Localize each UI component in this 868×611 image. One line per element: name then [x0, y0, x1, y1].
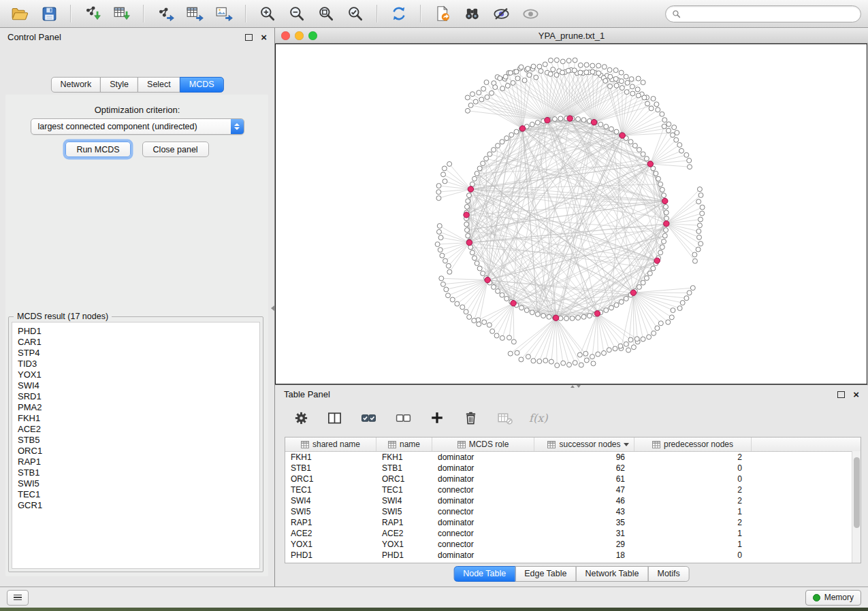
table-row[interactable]: RAP1RAP1dominator352 — [285, 517, 861, 528]
column-type-icon — [301, 441, 309, 448]
table-row[interactable]: SWI5SWI5connector431 — [285, 506, 861, 517]
table-cell: TEC1 — [285, 484, 376, 495]
sort-caret-icon[interactable] — [624, 443, 629, 446]
table-row[interactable]: STB1STB1dominator620 — [285, 463, 861, 474]
table-row[interactable]: FKH1FKH1dominator962 — [285, 452, 861, 463]
export-network-button[interactable] — [152, 3, 178, 24]
criterion-select[interactable]: largest connected component (undirected) — [31, 118, 244, 135]
network-view-window: YPA_prune.txt_1 — [275, 28, 868, 384]
mcds-result-item[interactable]: RAP1 — [12, 457, 259, 467]
first-neighbors-button[interactable] — [459, 3, 485, 24]
column-header-name[interactable]: name — [376, 437, 432, 451]
deselect-all-button[interactable] — [393, 407, 413, 429]
tab-network[interactable]: Network — [50, 77, 101, 93]
float-panel-icon[interactable] — [837, 391, 845, 398]
table-cell-filler — [752, 484, 861, 495]
export-table-button[interactable] — [182, 3, 208, 24]
column-header-successor-nodes[interactable]: successor nodes — [534, 437, 634, 451]
vertical-splitter-handle[interactable] — [271, 306, 274, 311]
network-canvas[interactable] — [275, 44, 867, 384]
network-window-titlebar[interactable]: YPA_prune.txt_1 — [275, 28, 868, 44]
table-cell: connector — [432, 484, 534, 495]
table-cell: 46 — [534, 495, 634, 506]
import-table-button[interactable] — [109, 3, 135, 24]
global-search[interactable] — [665, 5, 861, 22]
table-cell: YOX1 — [376, 539, 432, 550]
mcds-result-item[interactable]: SWI4 — [12, 380, 259, 391]
scrollbar-thumb[interactable] — [854, 457, 860, 528]
column-header-predecessor-nodes[interactable]: predecessor nodes — [634, 437, 752, 451]
share-document-button[interactable] — [430, 3, 455, 24]
task-history-button[interactable] — [7, 590, 29, 606]
table-cell: dominator — [432, 517, 534, 528]
tab-network-table[interactable]: Network Table — [576, 566, 649, 582]
tab-motifs[interactable]: Motifs — [647, 566, 689, 582]
save-session-button[interactable] — [36, 3, 62, 24]
mcds-result-item[interactable]: PHD1 — [12, 326, 259, 337]
select-stepper-icon — [231, 119, 244, 134]
tab-mcds[interactable]: MCDS — [180, 77, 224, 93]
mcds-result-item[interactable]: ORC1 — [12, 446, 259, 457]
mcds-result-item[interactable]: PMA2 — [12, 402, 259, 413]
zoom-in-button[interactable] — [255, 3, 280, 24]
table-vertical-scrollbar[interactable] — [852, 451, 861, 563]
export-image-button[interactable] — [211, 3, 237, 24]
table-cell: connector — [432, 539, 534, 550]
table-row[interactable]: YOX1YOX1connector291 — [285, 539, 861, 550]
show-hide-button[interactable] — [517, 3, 543, 24]
run-mcds-button[interactable]: Run MCDS — [65, 142, 130, 157]
table-cell: dominator — [432, 550, 534, 561]
mcds-result-item[interactable]: YOX1 — [12, 369, 259, 380]
open-file-button[interactable] — [7, 3, 33, 24]
mcds-result-item[interactable]: SWI5 — [12, 478, 259, 489]
search-input[interactable] — [685, 8, 854, 19]
float-panel-icon[interactable] — [245, 34, 253, 41]
show-column-panel-button[interactable] — [325, 407, 344, 429]
delete-column-button[interactable] — [461, 407, 480, 429]
node-table: shared name name MCDS role successor nod… — [285, 437, 861, 563]
close-panel-icon[interactable]: × — [261, 32, 267, 42]
import-network-button[interactable] — [80, 3, 106, 24]
memory-button[interactable]: Memory — [805, 590, 861, 606]
zoom-selected-button[interactable] — [342, 3, 368, 24]
table-row[interactable]: TEC1TEC1connector472 — [285, 484, 861, 495]
column-header-mcds-role[interactable]: MCDS role — [432, 437, 534, 451]
mcds-result-item[interactable]: SRD1 — [12, 391, 259, 402]
zoom-fit-button[interactable] — [313, 3, 339, 24]
table-cell-filler — [752, 452, 861, 463]
close-panel-button[interactable]: Close panel — [142, 142, 209, 157]
table-row[interactable]: SWI4SWI4dominator462 — [285, 495, 861, 506]
mcds-result-item[interactable]: FKH1 — [12, 413, 259, 424]
tab-edge-table[interactable]: Edge Table — [515, 566, 576, 582]
mcds-result-item[interactable]: ACE2 — [12, 424, 259, 435]
tab-style[interactable]: Style — [100, 77, 138, 93]
export-network-icon — [157, 5, 174, 22]
table-row[interactable]: ACE2ACE2connector311 — [285, 528, 861, 539]
tab-node-table[interactable]: Node Table — [453, 566, 515, 582]
mcds-result-item[interactable]: TID3 — [12, 359, 259, 369]
close-panel-icon[interactable]: × — [853, 389, 859, 399]
graphics-details-button[interactable] — [488, 3, 514, 24]
column-header-shared-name[interactable]: shared name — [285, 437, 376, 451]
table-row[interactable]: ORC1ORC1dominator610 — [285, 474, 861, 484]
horizontal-splitter-handle[interactable] — [570, 385, 581, 388]
mcds-result-item[interactable]: STB5 — [12, 435, 259, 446]
select-all-button[interactable] — [358, 407, 379, 429]
tab-select[interactable]: Select — [138, 77, 180, 93]
network-graph — [276, 44, 867, 384]
mcds-result-item[interactable]: GCR1 — [12, 500, 259, 511]
table-cell: 2 — [634, 517, 752, 528]
refresh-view-button[interactable] — [386, 3, 412, 24]
table-cell: 0 — [634, 474, 752, 484]
table-row[interactable]: PHD1PHD1dominator180 — [285, 550, 861, 561]
table-settings-button[interactable] — [291, 407, 310, 429]
zoom-out-button[interactable] — [284, 3, 310, 24]
mcds-result-item[interactable]: CAR1 — [12, 337, 259, 348]
mcds-result-item[interactable]: STB1 — [12, 467, 259, 478]
open-folder-icon — [11, 5, 29, 22]
create-column-button[interactable] — [428, 407, 447, 429]
mcds-result-item[interactable]: TEC1 — [12, 489, 259, 500]
export-image-icon — [215, 5, 233, 22]
table-cell: SWI5 — [376, 506, 432, 517]
mcds-result-item[interactable]: STP4 — [12, 348, 259, 359]
